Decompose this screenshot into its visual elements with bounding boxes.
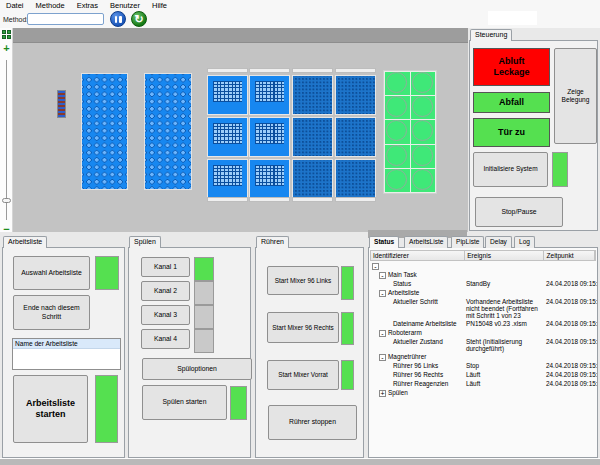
- round-well-rack-left[interactable]: [81, 73, 128, 190]
- initialisiere-system-button[interactable]: Initialisiere System: [473, 152, 548, 187]
- menu-extras[interactable]: Extras: [71, 0, 104, 11]
- kanal-2-indicator: [194, 281, 214, 305]
- initialisiere-indicator: [552, 152, 568, 187]
- zoom-in-icon[interactable]: +: [0, 43, 13, 53]
- plate-carrier-4[interactable]: [335, 68, 376, 202]
- reagent-bottle-rack[interactable]: [383, 70, 437, 194]
- method-input[interactable]: [27, 13, 104, 25]
- well-grid: [213, 123, 242, 144]
- spueloptionen-button[interactable]: Spüloptionen: [142, 358, 252, 380]
- collapse-icon[interactable]: [372, 263, 379, 270]
- bottle-icon: [386, 120, 407, 141]
- steuerung-panel: Abluft Leckage Zeige Belegung Abfall Tür…: [469, 40, 598, 231]
- zoom-slider-handle[interactable]: [2, 198, 11, 203]
- mixer-rechts-indicator: [341, 312, 354, 345]
- tree-row-roboterarm[interactable]: Roboterarm: [370, 328, 596, 337]
- abfall-status[interactable]: Abfall: [473, 92, 550, 113]
- kanal-3-button[interactable]: Kanal 3: [141, 305, 190, 325]
- tab-spuelen[interactable]: Spülen: [129, 236, 161, 248]
- tree-row-aktueller-schritt[interactable]: Aktueller Schritt Vorhandene Arbeitslist…: [370, 297, 596, 319]
- menu-benutzer[interactable]: Benutzer: [104, 0, 146, 11]
- kanal-1-button[interactable]: Kanal 1: [141, 257, 190, 277]
- abluft-leckage-alarm[interactable]: Abluft Leckage: [473, 48, 550, 86]
- worklist-listbox[interactable]: Name der Arbeitsliste: [12, 338, 121, 370]
- tree-row-aktueller-zustand[interactable]: Aktueller Zustand Steht (Initialisierung…: [370, 337, 596, 352]
- start-mixer-rechts-button[interactable]: Start Mixer 96 Rechts: [267, 312, 339, 343]
- tuer-zu-status[interactable]: Tür zu: [473, 118, 550, 147]
- start-mixer-vorrat-button[interactable]: Start Mixer Vorrat: [267, 360, 339, 390]
- reload-button[interactable]: ↻: [131, 11, 147, 27]
- arbeitsliste-panel: Auswahl Arbeitsliste Ende nach diesem Sc…: [2, 247, 125, 458]
- expand-icon[interactable]: [379, 390, 386, 397]
- start-mixer-links-button[interactable]: Start Mixer 96 Links: [267, 266, 339, 295]
- ende-schritt-button[interactable]: Ende nach diesem Schritt: [13, 295, 90, 330]
- tab-ruehren[interactable]: Rühren: [256, 236, 289, 248]
- collapse-icon[interactable]: [379, 272, 386, 279]
- zoom-slider-track[interactable]: [6, 60, 7, 220]
- auswahl-arbeitsliste-button[interactable]: Auswahl Arbeitsliste: [13, 256, 90, 290]
- reload-icon: ↻: [134, 14, 143, 25]
- tab-arbeitsliste-log[interactable]: ArbeitsListe: [404, 236, 448, 248]
- tab-arbeitsliste[interactable]: Arbeitsliste: [3, 236, 47, 248]
- tab-steuerung[interactable]: Steuerung: [470, 29, 512, 41]
- col-identifizierer[interactable]: Identifizierer: [371, 251, 465, 260]
- mixer-vorrat-indicator: [341, 360, 354, 390]
- bottle-icon: [412, 145, 433, 166]
- kanal-4-button[interactable]: Kanal 4: [141, 329, 190, 349]
- worklist-header[interactable]: Name der Arbeitsliste: [13, 339, 120, 349]
- stop-pause-button[interactable]: Stop/Pause: [475, 197, 563, 227]
- tree-row-ruehrer-reagenzien[interactable]: Rührer Reagenzien Läuft24.04.2018 09:15:…: [370, 379, 596, 388]
- plate-carrier-1[interactable]: [207, 68, 248, 202]
- kanal-2-button[interactable]: Kanal 2: [141, 281, 190, 301]
- well-grid: [255, 81, 284, 102]
- kanal-3-indicator: [194, 305, 214, 329]
- menu-methode[interactable]: Methode: [30, 0, 71, 11]
- col-ereignis[interactable]: Ereignis: [465, 251, 544, 260]
- tree-row-root[interactable]: [370, 261, 596, 270]
- menu-datei[interactable]: Datei: [0, 0, 30, 11]
- col-zeitpunkt[interactable]: Zeitpunkt: [544, 251, 595, 260]
- well-grid: [213, 81, 242, 102]
- well-grid: [213, 165, 242, 186]
- tree-row-ruehrer-links[interactable]: Rührer 96 Links Stop24.04.2018 09:15:35: [370, 361, 596, 370]
- plate-carrier-2[interactable]: [249, 68, 290, 202]
- tree-row-magnetruehrer[interactable]: Magnetrührer: [370, 352, 596, 361]
- tab-pipliste[interactable]: PipListe: [451, 236, 484, 248]
- kanal-4-indicator: [194, 329, 214, 353]
- collapse-icon[interactable]: [379, 354, 386, 361]
- status-tree[interactable]: Main Task Status StandBy24.04.2018 09:15…: [370, 261, 596, 397]
- well-grid: [255, 165, 284, 186]
- toolbar: Method: ↻: [0, 11, 600, 28]
- tube-strip-labware[interactable]: [57, 90, 66, 118]
- tree-row-dateiname[interactable]: Dateiname Arbeitsliste PN15048 v0.23 .xl…: [370, 319, 596, 328]
- tab-delay[interactable]: Delay: [485, 236, 512, 248]
- spuelen-starten-button[interactable]: Spülen starten: [142, 385, 227, 420]
- bottle-icon: [412, 120, 433, 141]
- plate-carrier-3[interactable]: [292, 68, 333, 202]
- collapse-icon[interactable]: [379, 330, 386, 337]
- bottle-icon: [386, 96, 407, 117]
- deck-view[interactable]: [13, 28, 468, 232]
- collapse-icon[interactable]: [379, 290, 386, 297]
- tree-row-status[interactable]: Status StandBy24.04.2018 09:15:54: [370, 279, 596, 288]
- well-grid: [255, 123, 284, 144]
- fit-view-icon[interactable]: [2, 30, 11, 39]
- menu-hilfe[interactable]: Hilfe: [146, 0, 173, 11]
- pause-button[interactable]: [110, 11, 126, 27]
- tree-row-arbeitsliste[interactable]: Arbeitsliste: [370, 288, 596, 297]
- round-well-rack-right[interactable]: [144, 73, 192, 190]
- arbeitsliste-starten-button[interactable]: Arbeitsliste starten: [13, 375, 88, 443]
- kanal-1-indicator: [194, 257, 214, 281]
- tab-status[interactable]: Status: [369, 236, 399, 248]
- ruehrer-stoppen-button[interactable]: Rührer stoppen: [268, 405, 357, 440]
- bottle-icon: [412, 96, 433, 117]
- zeige-belegung-button[interactable]: Zeige Belegung: [554, 48, 597, 144]
- menu-bar: Datei Methode Extras Benutzer Hilfe: [0, 0, 600, 11]
- zoom-out-icon[interactable]: −: [0, 224, 13, 234]
- bottle-icon: [386, 169, 407, 190]
- tree-row-spuelen[interactable]: Spülen: [370, 388, 596, 397]
- tree-row-main-task[interactable]: Main Task: [370, 270, 596, 279]
- tab-log[interactable]: Log: [514, 236, 535, 248]
- bottle-icon: [386, 145, 407, 166]
- tree-row-ruehrer-rechts[interactable]: Rührer 96 Rechts Läuft24.04.2018 09:15:3…: [370, 370, 596, 379]
